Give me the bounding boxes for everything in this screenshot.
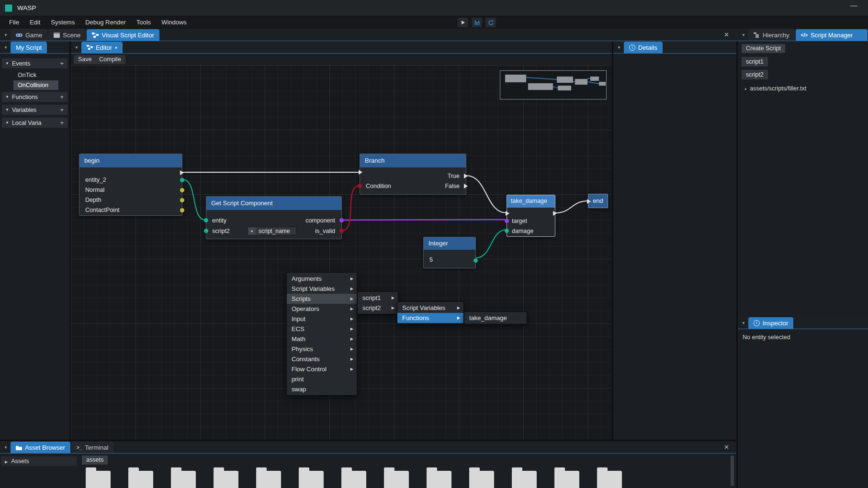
menu-debug-render[interactable]: Debug Render <box>80 16 131 29</box>
pin-entity-in[interactable] <box>204 218 208 222</box>
wire-component-target[interactable] <box>342 220 507 220</box>
create-script-button[interactable]: Create Script <box>742 44 785 53</box>
pin-condition-in[interactable] <box>358 184 362 188</box>
context-menu-item-swap[interactable]: swap <box>287 384 357 394</box>
context-menu-item[interactable]: Flow Control▶ <box>287 364 357 374</box>
tab-visual-script-editor[interactable]: Visual Script Editor <box>87 29 159 41</box>
tab-scene[interactable]: Scene <box>48 29 86 41</box>
menu-windows[interactable]: Windows <box>156 16 192 29</box>
tab-game[interactable]: Game <box>11 29 47 41</box>
wire-entity[interactable] <box>182 179 206 220</box>
asset-folder[interactable] <box>128 471 153 488</box>
exec-out-pin[interactable] <box>180 170 184 175</box>
close-icon[interactable]: ✕ <box>724 444 729 451</box>
pin-target-in[interactable] <box>505 219 509 223</box>
tab-asset-browser[interactable]: Asset Browser <box>11 442 70 453</box>
asset-tree-root[interactable]: ▶Assets <box>1 456 77 466</box>
save-scene-button[interactable] <box>472 18 482 27</box>
exec-true-pin[interactable] <box>464 174 468 178</box>
tab-script-manager[interactable]: </> Script Manager <box>796 29 868 41</box>
pin-contactpoint-out[interactable] <box>180 208 184 212</box>
tab-hierarchy[interactable]: Hierarchy <box>748 29 795 41</box>
submenu-item-script1[interactable]: script1▶ <box>358 293 398 303</box>
panel-menu-icon[interactable]: ▼ <box>75 45 79 50</box>
exec-false-pin[interactable] <box>464 184 468 189</box>
tab-details[interactable]: i Details <box>624 42 663 53</box>
context-menu-item[interactable]: Constants▶ <box>287 354 357 364</box>
submenu-item-script-variables[interactable]: Script Variables▶ <box>397 303 463 313</box>
node-canvas[interactable]: begin entity_2 Normal Depth ContactPoint… <box>71 65 612 440</box>
panel-menu-icon[interactable]: ▼ <box>4 445 8 450</box>
context-menu-item[interactable]: Arguments▶ <box>287 274 357 284</box>
node-integer[interactable]: Integer 5 <box>423 237 476 268</box>
node-begin[interactable]: begin entity_2 Normal Depth ContactPoint <box>79 154 182 216</box>
context-menu-item[interactable]: Script Variables▶ <box>287 284 357 294</box>
pin-script2-in[interactable] <box>204 229 208 233</box>
panel-menu-icon[interactable]: ▼ <box>742 321 745 325</box>
asset-folder[interactable] <box>427 471 451 488</box>
tab-terminal[interactable]: >_ Terminal <box>71 442 114 453</box>
context-menu-item[interactable]: Math▶ <box>287 334 357 344</box>
panel-menu-icon[interactable]: ▼ <box>742 33 745 37</box>
context-menu-item[interactable]: ECS▶ <box>287 324 357 334</box>
event-item-ontick[interactable]: OnTick <box>13 70 58 80</box>
node-take-damage[interactable]: take_damage target damage <box>507 195 555 237</box>
exec-in-pin[interactable] <box>587 199 591 204</box>
tab-my-script[interactable]: My Script <box>11 42 47 53</box>
submenu-item-functions[interactable]: Functions▶ <box>397 313 463 323</box>
script-item-script2[interactable]: script2 <box>742 70 768 79</box>
pin-component-out[interactable] <box>339 218 344 222</box>
asset-folder[interactable] <box>256 471 281 488</box>
script-file-entry[interactable]: ● assets/scripts/filler.txt <box>744 85 806 92</box>
section-functions[interactable]: ▼ Functions + <box>2 92 68 102</box>
node-end[interactable]: end <box>588 194 608 208</box>
wire-integer-damage[interactable] <box>476 230 507 258</box>
add-variable-button[interactable]: + <box>60 106 64 113</box>
pin-integer-out[interactable] <box>473 258 478 263</box>
panel-menu-icon[interactable]: ▼ <box>4 45 8 50</box>
context-menu-item-print[interactable]: print <box>287 374 357 384</box>
asset-folder[interactable] <box>384 471 409 488</box>
add-event-button[interactable]: + <box>60 60 64 67</box>
node-branch[interactable]: Branch True Condition False <box>360 154 466 195</box>
event-item-oncollision[interactable]: OnCollision <box>13 80 58 90</box>
integer-value[interactable]: 5 <box>429 255 433 265</box>
minimap[interactable] <box>500 70 607 100</box>
asset-folder[interactable] <box>341 471 366 488</box>
menu-edit[interactable]: Edit <box>24 16 45 29</box>
pin-entity-2-out[interactable] <box>180 178 184 182</box>
exec-out-pin[interactable] <box>553 211 557 216</box>
menu-file[interactable]: File <box>4 16 24 29</box>
node-get-script-component[interactable]: Get Script Component entity component sc… <box>206 196 342 239</box>
pin-depth-out[interactable] <box>180 198 184 202</box>
context-menu-item[interactable]: Operators▶ <box>287 304 357 314</box>
wire-true-takedamage[interactable] <box>466 176 507 213</box>
asset-folder[interactable] <box>171 471 196 488</box>
save-button[interactable]: Save <box>74 55 96 64</box>
submenu-item-take-damage[interactable]: take_damage <box>464 313 527 323</box>
wire-takedamage-end[interactable] <box>555 201 588 213</box>
menu-systems[interactable]: Systems <box>45 16 80 29</box>
asset-folder[interactable] <box>299 471 324 488</box>
context-menu-item-scripts[interactable]: Scripts▶ <box>287 294 357 304</box>
close-icon[interactable]: ✕ <box>724 31 729 38</box>
script-name-combo[interactable]: ▼ script_name <box>248 227 296 235</box>
pin-normal-out[interactable] <box>180 188 184 192</box>
asset-folder[interactable] <box>554 471 579 488</box>
pin-damage-in[interactable] <box>505 229 509 233</box>
asset-folder[interactable] <box>512 471 537 488</box>
menu-tools[interactable]: Tools <box>131 16 156 29</box>
bottom-scrollbar[interactable] <box>731 455 734 486</box>
section-variables[interactable]: ▼ Variables + <box>2 105 68 115</box>
panel-menu-icon[interactable]: ▼ <box>4 33 8 37</box>
reload-button[interactable] <box>485 18 496 27</box>
add-local-variable-button[interactable]: + <box>60 119 64 126</box>
context-menu-item[interactable]: Input▶ <box>287 314 357 324</box>
script-item-script1[interactable]: script1 <box>742 57 768 67</box>
path-chip-assets[interactable]: assets <box>82 455 108 465</box>
panel-menu-icon[interactable]: ▼ <box>617 45 621 50</box>
asset-folder[interactable] <box>469 471 494 488</box>
tab-editor[interactable]: Editor ● <box>81 42 123 53</box>
section-local-variables[interactable]: ▼ Local Varia + <box>2 118 68 128</box>
tab-inspector[interactable]: i Inspector <box>748 317 793 329</box>
